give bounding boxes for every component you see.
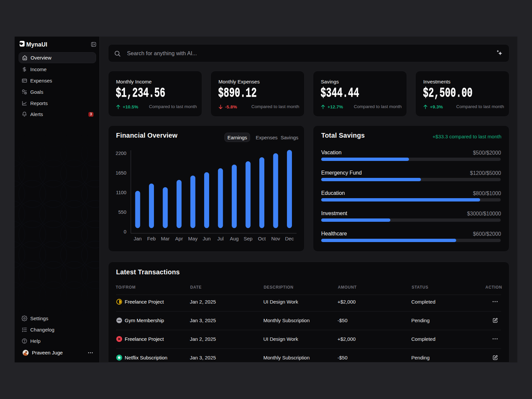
svg-text:1100: 1100	[116, 190, 126, 195]
svg-text:Jan: Jan	[134, 236, 142, 241]
svg-text:Mar: Mar	[161, 236, 170, 241]
svg-text:Jun: Jun	[202, 236, 210, 241]
svg-text:Nov: Nov	[271, 236, 280, 241]
svg-text:Sep: Sep	[244, 236, 253, 241]
svg-text:Dec: Dec	[285, 236, 294, 241]
svg-text:2200: 2200	[116, 151, 126, 156]
svg-text:May: May	[188, 236, 198, 241]
svg-text:550: 550	[118, 209, 126, 215]
svg-text:Aug: Aug	[230, 236, 239, 241]
svg-text:Jul: Jul	[217, 236, 223, 241]
svg-text:Oct: Oct	[258, 236, 266, 241]
svg-text:Feb: Feb	[147, 236, 156, 241]
svg-text:1650: 1650	[116, 170, 126, 176]
svg-text:Apr: Apr	[175, 236, 183, 241]
svg-text:0: 0	[124, 229, 126, 234]
